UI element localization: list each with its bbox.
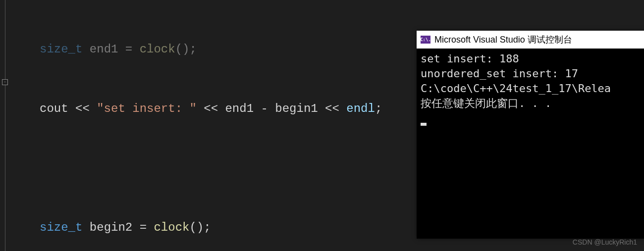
console-title: Microsoft Visual Studio 调试控制台 (434, 34, 572, 46)
keyword-size_t: size_t (40, 221, 82, 234)
identifier-endl: endl (346, 102, 375, 115)
fn-clock: clock (154, 221, 189, 234)
watermark-text: CSDN @LuckyRich1 (573, 238, 637, 246)
console-line: C:\code\C++\24test_1_17\Relea (421, 81, 640, 96)
string-literal: "set insert: " (97, 102, 197, 115)
fn-clock: clock (140, 43, 175, 56)
console-output: set insert: 188unordered_set insert: 17C… (417, 49, 644, 129)
console-cursor (421, 123, 427, 126)
console-line: set insert: 188 (421, 51, 640, 66)
fold-toggle-icon[interactable]: - (2, 79, 8, 85)
keyword-size_t: size_t (40, 43, 82, 56)
editor-gutter: - (0, 0, 10, 251)
console-line: unordered_set insert: 17 (421, 66, 640, 81)
debug-console-window[interactable]: C:\. Microsoft Visual Studio 调试控制台 set i… (417, 31, 644, 239)
vs-console-icon: C:\. (421, 36, 430, 44)
console-line: 按任意键关闭此窗口. . . (421, 96, 640, 111)
fold-guide-line (5, 0, 5, 251)
console-titlebar[interactable]: C:\. Microsoft Visual Studio 调试控制台 (417, 31, 644, 49)
